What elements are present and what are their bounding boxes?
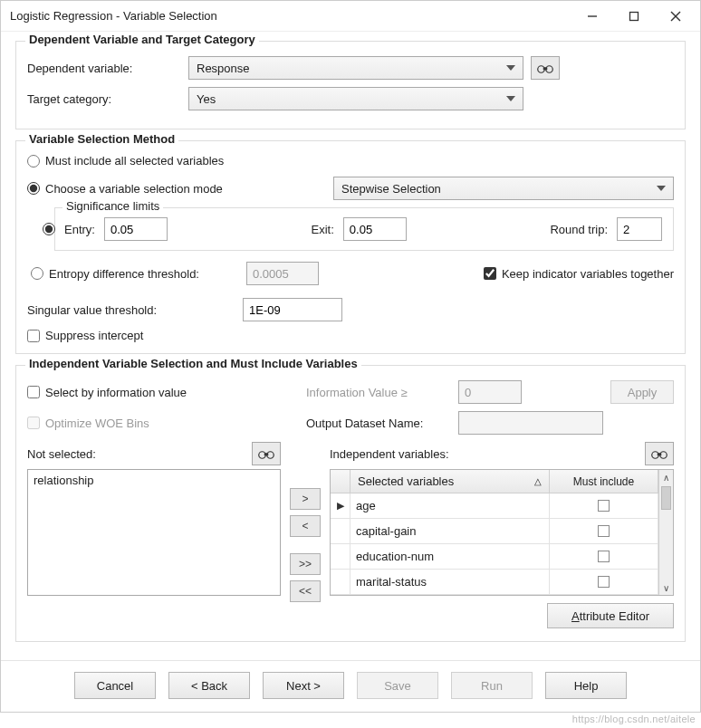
table-row[interactable]: education-num <box>331 544 658 570</box>
must-include-checkbox[interactable] <box>598 525 610 537</box>
cell-variable-name: capital-gain <box>350 519 550 543</box>
radio-include-all-label: Must include all selected variables <box>45 154 224 168</box>
content-area: Dependent Variable and Target Category D… <box>1 32 700 660</box>
group-dependent-title: Dependent Variable and Target Category <box>25 33 259 46</box>
exit-input[interactable] <box>343 217 407 241</box>
radio-choose-mode[interactable] <box>27 182 40 195</box>
radio-entropy[interactable] <box>31 267 43 280</box>
must-include-checkbox[interactable] <box>598 500 610 512</box>
output-dataset-label: Output Dataset Name: <box>306 417 451 430</box>
grid-header: Selected variables △ Must include <box>331 470 658 493</box>
svg-rect-6 <box>543 67 548 70</box>
entropy-label: Entropy difference threshold: <box>49 267 199 281</box>
round-trip-label: Round trip: <box>550 223 608 236</box>
optimize-woe-label: Optimize WOE Bins <box>45 417 149 430</box>
group-selection-method: Variable Selection Method Must include a… <box>15 140 686 354</box>
scroll-up-icon[interactable]: ∧ <box>659 470 673 484</box>
titlebar: Logistic Regression - Variable Selection <box>1 1 700 32</box>
dialog-window: Logistic Regression - Variable Selection… <box>0 0 701 713</box>
list-item[interactable]: relationship <box>34 474 274 487</box>
entry-label: Entry: <box>64 223 95 236</box>
dependent-search-button[interactable] <box>531 56 560 80</box>
independent-variables-grid[interactable]: Selected variables △ Must include ▶ageca… <box>330 469 674 596</box>
select-by-iv-checkbox[interactable] <box>27 386 40 398</box>
must-include-checkbox[interactable] <box>598 576 610 588</box>
group-dependent: Dependent Variable and Target Category D… <box>15 41 686 129</box>
significance-limits-fieldset: Significance limits Entry: Exit: Round t… <box>54 207 674 251</box>
table-row[interactable]: marital-status <box>331 570 658 595</box>
scroll-down-icon[interactable]: ∨ <box>659 580 673 595</box>
cell-must-include[interactable] <box>550 544 658 569</box>
svt-input[interactable] <box>243 298 342 321</box>
target-category-select[interactable]: Yes <box>188 87 523 110</box>
grid-row-marker-header <box>331 470 350 493</box>
move-all-left-button[interactable]: << <box>290 580 321 602</box>
help-button[interactable]: Help <box>545 672 627 699</box>
iv-ge-label: Information Value ≥ <box>306 386 451 399</box>
scroll-track[interactable] <box>659 512 673 580</box>
not-selected-label: Not selected: <box>27 447 245 461</box>
group-independent-title: Independent Variable Selection and Must … <box>25 357 361 370</box>
optimize-woe-checkbox <box>27 417 40 429</box>
target-category-label: Target category: <box>27 92 181 106</box>
cell-must-include[interactable] <box>550 519 658 543</box>
independent-search-button[interactable] <box>645 442 674 465</box>
svg-rect-12 <box>658 453 662 455</box>
suppress-intercept-checkbox[interactable] <box>27 330 40 342</box>
selection-mode-select[interactable]: Stepwise Selection <box>333 177 674 200</box>
cell-must-include[interactable] <box>550 570 658 594</box>
exit-label: Exit: <box>312 223 334 236</box>
run-button: Run <box>451 672 533 699</box>
round-trip-input[interactable] <box>617 217 662 241</box>
independent-variables-label: Independent variables: <box>330 447 638 461</box>
table-row[interactable]: ▶age <box>331 493 658 519</box>
grid-scrollbar[interactable]: ∧ ∨ <box>658 470 673 595</box>
maximize-button[interactable] <box>613 3 655 30</box>
grid-col-must[interactable]: Must include <box>550 470 658 493</box>
radio-significance[interactable] <box>43 223 55 235</box>
row-marker <box>331 570 350 594</box>
sort-indicator-icon: △ <box>534 476 542 486</box>
output-dataset-input <box>458 411 603 435</box>
next-button[interactable]: Next > <box>263 672 344 699</box>
target-category-value: Yes <box>197 92 216 106</box>
svg-rect-9 <box>264 453 269 455</box>
move-right-button[interactable]: > <box>290 488 321 510</box>
minimize-button[interactable] <box>571 3 613 30</box>
cell-variable-name: education-num <box>350 544 550 569</box>
row-marker: ▶ <box>331 493 350 518</box>
apply-button-label: Apply <box>628 386 658 399</box>
entry-input[interactable] <box>104 217 168 241</box>
keep-indicator-label: Keep indicator variables together <box>502 267 674 281</box>
dependent-variable-label: Dependent variable: <box>27 62 181 75</box>
table-row[interactable]: capital-gain <box>331 519 658 544</box>
close-button[interactable] <box>655 3 696 30</box>
radio-include-all[interactable] <box>27 155 40 168</box>
group-selection-method-title: Variable Selection Method <box>25 132 178 146</box>
select-by-iv-label: Select by information value <box>45 386 187 399</box>
not-selected-search-button[interactable] <box>252 442 281 465</box>
radio-choose-mode-label: Choose a variable selection mode <box>45 182 223 196</box>
attribute-editor-button[interactable]: Attribute Editor <box>547 603 674 628</box>
back-button[interactable]: < Back <box>168 672 250 699</box>
grid-col-selected[interactable]: Selected variables △ <box>350 470 550 493</box>
svt-label: Singular value threshold: <box>27 303 235 317</box>
apply-button: Apply <box>610 380 674 404</box>
window-title: Logistic Regression - Variable Selection <box>10 9 571 23</box>
iv-ge-input <box>458 380 522 404</box>
move-all-right-button[interactable]: >> <box>290 553 321 575</box>
keep-indicator-checkbox[interactable] <box>484 267 496 280</box>
cancel-button[interactable]: Cancel <box>74 672 156 699</box>
not-selected-listbox[interactable]: relationship <box>27 469 281 596</box>
save-button: Save <box>357 672 438 699</box>
scroll-thumb[interactable] <box>661 486 671 510</box>
cell-must-include[interactable] <box>550 493 658 518</box>
row-marker <box>331 519 350 543</box>
group-independent: Independent Variable Selection and Must … <box>15 365 686 642</box>
move-left-button[interactable]: < <box>290 515 321 537</box>
must-include-checkbox[interactable] <box>598 551 610 562</box>
dependent-variable-select[interactable]: Response <box>188 56 523 80</box>
attribute-editor-label: Attribute Editor <box>571 609 649 623</box>
binoculars-icon <box>258 447 274 460</box>
binoculars-icon <box>651 447 667 460</box>
